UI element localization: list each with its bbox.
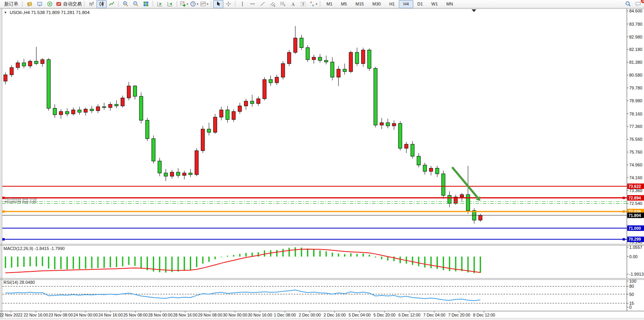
price-tick-label: 74.960 — [629, 163, 642, 167]
hline-72894-handle-right[interactable] — [623, 197, 625, 199]
candle-down — [35, 61, 38, 63]
candle-down — [207, 129, 211, 132]
candle-down — [226, 110, 229, 120]
time-tick-label: 2 Dec 16:00 — [324, 313, 346, 317]
candle-down — [374, 68, 377, 125]
hline-72894-handle-left[interactable] — [2, 197, 5, 199]
candle-down — [423, 165, 426, 171]
time-tick-label: 28 Nov 16:00 — [173, 313, 198, 317]
chart-collapse-icon[interactable]: ▼ — [4, 11, 7, 14]
rsi-indicator-label: RSI(14) 28.0480 — [4, 280, 35, 285]
candle-down — [139, 96, 143, 121]
rsi-axis-label: 80 — [629, 284, 634, 289]
candle-up — [275, 77, 279, 82]
price-tick-label: 76.560 — [629, 137, 642, 142]
candle-down — [146, 120, 149, 138]
candle-up — [361, 50, 365, 64]
price-tick-label: 78.980 — [629, 98, 642, 103]
price-badge-value: 71.804 — [628, 213, 641, 218]
candle-up — [281, 64, 285, 77]
candle-down — [22, 63, 26, 66]
time-tick-label: 1 Dec 08:00 — [274, 313, 296, 317]
candle-down — [318, 57, 322, 60]
time-tick-label: 22 Nov 16:00 — [24, 313, 48, 317]
chart-title: USOil-,H4 71.538 71.809 71.281 71.804 — [10, 10, 89, 15]
candle-up — [96, 107, 100, 110]
time-tick-label: 6 Dec 12:00 — [398, 313, 421, 317]
candle-up — [380, 123, 383, 125]
candle-down — [448, 195, 451, 203]
time-tick-label: 23 Nov 08:00 — [49, 313, 73, 317]
candle-down — [331, 62, 334, 77]
candle-down — [90, 109, 93, 111]
time-tick-label: 30 Nov 00:00 — [223, 313, 247, 317]
time-tick-label: 24 Nov 16:00 — [98, 313, 123, 317]
candle-up — [244, 101, 248, 106]
macd-axis-label: 0.00 — [629, 254, 637, 259]
candle-down — [306, 47, 309, 59]
macd-indicator-label: MACD(12,26,9) -1.8415 -1.7990 — [4, 246, 65, 251]
candle-down — [102, 107, 106, 107]
candle-down — [355, 52, 359, 64]
candle-down — [325, 60, 328, 62]
candle-up — [10, 68, 13, 75]
candle-up — [429, 168, 433, 171]
candle-down — [176, 172, 180, 175]
rsi-axis-label: 100 — [629, 279, 636, 283]
macd-axis-label: -1.9913 — [629, 272, 644, 276]
chart-header: ▼ USOil-,H4 71.538 71.809 71.281 71.804 — [4, 10, 89, 15]
candle-up — [392, 124, 396, 126]
price-tick-label: 78.160 — [629, 112, 642, 116]
candle-down — [189, 173, 192, 175]
candle-down — [65, 112, 69, 114]
candle-up — [195, 150, 198, 175]
candle-up — [121, 98, 125, 106]
candle-down — [343, 69, 346, 72]
price-badge-value: 70.299 — [628, 237, 641, 241]
price-tick-label: 82.180 — [629, 47, 642, 52]
candle-up — [16, 63, 19, 68]
time-tick-label: 29 Nov 08:00 — [198, 313, 223, 317]
candle-down — [386, 123, 390, 126]
time-tick-label: 30 Nov 16:00 — [248, 313, 272, 317]
candle-up — [127, 86, 131, 98]
chart-canvas[interactable]: 84.60083.78082.98082.18081.38080.58079.7… — [0, 0, 644, 320]
time-tick-label: 22 Nov 2022 — [0, 313, 23, 317]
price-tick-label: 75.760 — [629, 150, 642, 154]
hline-72039-handle-left[interactable] — [2, 210, 5, 213]
candle-up — [479, 215, 482, 220]
price-tick-label: 80.580 — [629, 73, 642, 77]
window-bottom-edge — [0, 318, 644, 320]
hline-72039-handle-right[interactable] — [623, 210, 625, 213]
candle-down — [466, 194, 470, 210]
candle-down — [152, 139, 155, 161]
candle-down — [47, 59, 50, 108]
price-badge-value: 73.622 — [628, 184, 641, 189]
time-tick-label: 7 Dec 04:00 — [423, 313, 446, 317]
candle-up — [256, 99, 260, 103]
time-tick-label: 24 Nov 00:00 — [74, 313, 98, 317]
candle-up — [41, 59, 44, 63]
candle-up — [72, 110, 75, 114]
time-tick-label: 28 Nov 00:00 — [148, 313, 173, 317]
rsi-axis-label: 0 — [629, 305, 632, 310]
hline-70299-handle-right[interactable] — [623, 238, 625, 240]
price-tick-label: 77.360 — [629, 124, 642, 129]
candle-down — [442, 174, 445, 195]
candle-up — [312, 57, 316, 59]
mt4-window: 新订单自动交易▾▾▾EFAT▾M1M5M15M30H1H4D1W1MN1 84.… — [0, 0, 644, 320]
candle-down — [251, 101, 254, 103]
candle-down — [435, 168, 439, 174]
candle-up — [28, 61, 32, 66]
candle-down — [411, 144, 414, 156]
candle-down — [78, 110, 81, 112]
macd-axis-label: 1.0557 — [629, 245, 642, 250]
candle-up — [59, 112, 63, 115]
price-tick-label: 84.600 — [629, 9, 642, 13]
candle-down — [398, 124, 402, 149]
hline-70299-handle-left[interactable] — [2, 238, 5, 240]
candle-up — [337, 69, 340, 77]
candle-up — [263, 80, 266, 99]
price-badge-value: 72.894 — [628, 196, 641, 200]
candle-up — [460, 194, 463, 197]
